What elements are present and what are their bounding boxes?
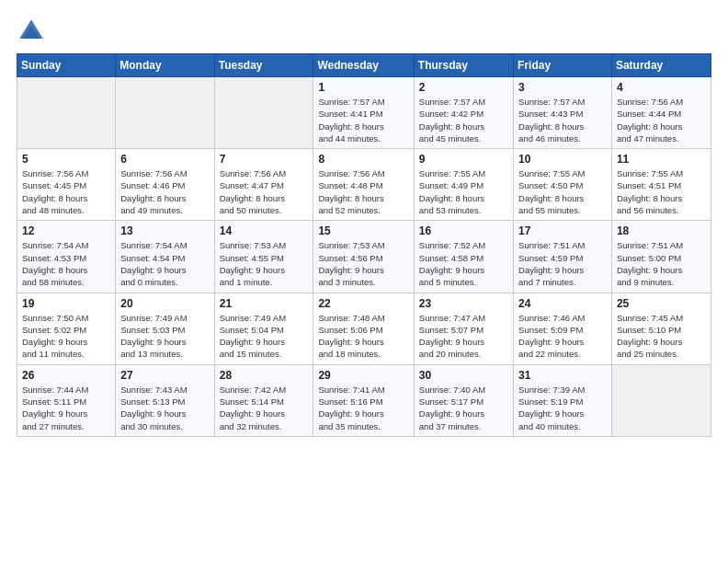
calendar-cell: 11Sunrise: 7:55 AM Sunset: 4:51 PM Dayli… [611,149,711,221]
day-number: 28 [220,369,309,382]
calendar-cell [611,364,711,436]
day-info: Sunrise: 7:49 AM Sunset: 5:04 PM Dayligh… [220,312,309,361]
day-info: Sunrise: 7:56 AM Sunset: 4:46 PM Dayligh… [120,167,209,216]
day-info: Sunrise: 7:57 AM Sunset: 4:43 PM Dayligh… [518,96,607,144]
day-info: Sunrise: 7:53 AM Sunset: 4:55 PM Dayligh… [220,239,309,288]
logo [17,17,51,46]
day-header-friday: Friday [514,54,612,77]
day-header-sunday: Sunday [17,54,116,77]
day-info: Sunrise: 7:55 AM Sunset: 4:51 PM Dayligh… [617,167,706,216]
calendar-cell: 22Sunrise: 7:48 AM Sunset: 5:06 PM Dayli… [313,293,414,364]
day-info: Sunrise: 7:47 AM Sunset: 5:07 PM Dayligh… [419,312,508,361]
calendar-cell [214,77,313,149]
day-info: Sunrise: 7:46 AM Sunset: 5:09 PM Dayligh… [518,312,607,361]
day-info: Sunrise: 7:56 AM Sunset: 4:47 PM Dayligh… [220,167,309,216]
day-info: Sunrise: 7:50 AM Sunset: 5:02 PM Dayligh… [22,312,110,361]
day-number: 14 [220,224,309,237]
day-number: 21 [220,297,309,310]
day-info: Sunrise: 7:41 AM Sunset: 5:16 PM Dayligh… [318,384,408,432]
calendar-cell: 26Sunrise: 7:44 AM Sunset: 5:11 PM Dayli… [17,364,116,436]
day-number: 7 [220,153,309,166]
calendar-cell: 7Sunrise: 7:56 AM Sunset: 4:47 PM Daylig… [214,149,313,221]
day-info: Sunrise: 7:53 AM Sunset: 4:56 PM Dayligh… [318,239,408,288]
day-number: 22 [318,297,408,310]
day-number: 18 [617,224,706,237]
calendar-cell: 1Sunrise: 7:57 AM Sunset: 4:41 PM Daylig… [313,77,414,149]
calendar-cell: 23Sunrise: 7:47 AM Sunset: 5:07 PM Dayli… [414,293,513,364]
day-header-tuesday: Tuesday [214,54,313,77]
calendar-cell: 31Sunrise: 7:39 AM Sunset: 5:19 PM Dayli… [514,364,612,436]
day-info: Sunrise: 7:49 AM Sunset: 5:03 PM Dayligh… [120,312,209,361]
day-number: 15 [318,224,408,237]
calendar-cell: 16Sunrise: 7:52 AM Sunset: 4:58 PM Dayli… [414,221,513,293]
day-info: Sunrise: 7:51 AM Sunset: 5:00 PM Dayligh… [617,239,706,288]
day-info: Sunrise: 7:52 AM Sunset: 4:58 PM Dayligh… [419,239,508,288]
calendar-cell: 18Sunrise: 7:51 AM Sunset: 5:00 PM Dayli… [611,221,711,293]
day-header-thursday: Thursday [414,54,513,77]
logo-icon [17,17,46,46]
calendar-cell: 25Sunrise: 7:45 AM Sunset: 5:10 PM Dayli… [611,293,711,364]
day-info: Sunrise: 7:54 AM Sunset: 4:54 PM Dayligh… [120,239,209,288]
day-number: 12 [22,224,110,237]
calendar-header-row: SundayMondayTuesdayWednesdayThursdayFrid… [17,54,711,77]
day-number: 24 [518,297,607,310]
day-number: 26 [22,369,110,382]
calendar-cell: 10Sunrise: 7:55 AM Sunset: 4:50 PM Dayli… [514,149,612,221]
day-number: 10 [518,153,607,166]
calendar-week-4: 19Sunrise: 7:50 AM Sunset: 5:02 PM Dayli… [17,293,711,364]
day-info: Sunrise: 7:39 AM Sunset: 5:19 PM Dayligh… [518,384,607,432]
day-number: 6 [120,153,209,166]
day-number: 2 [419,81,508,94]
day-info: Sunrise: 7:54 AM Sunset: 4:53 PM Dayligh… [22,239,110,288]
day-number: 1 [318,81,408,94]
page: SundayMondayTuesdayWednesdayThursdayFrid… [0,0,728,563]
calendar-week-5: 26Sunrise: 7:44 AM Sunset: 5:11 PM Dayli… [17,364,711,436]
calendar-cell: 8Sunrise: 7:56 AM Sunset: 4:48 PM Daylig… [313,149,414,221]
day-number: 3 [518,81,607,94]
day-info: Sunrise: 7:56 AM Sunset: 4:44 PM Dayligh… [617,96,706,144]
calendar-cell: 28Sunrise: 7:42 AM Sunset: 5:14 PM Dayli… [214,364,313,436]
calendar-cell: 3Sunrise: 7:57 AM Sunset: 4:43 PM Daylig… [514,77,612,149]
calendar-cell: 12Sunrise: 7:54 AM Sunset: 4:53 PM Dayli… [17,221,116,293]
day-header-wednesday: Wednesday [313,54,414,77]
day-number: 9 [419,153,508,166]
day-number: 20 [120,297,209,310]
day-number: 11 [617,153,706,166]
calendar-week-3: 12Sunrise: 7:54 AM Sunset: 4:53 PM Dayli… [17,221,711,293]
day-info: Sunrise: 7:42 AM Sunset: 5:14 PM Dayligh… [220,384,309,432]
calendar-week-2: 5Sunrise: 7:56 AM Sunset: 4:45 PM Daylig… [17,149,711,221]
calendar-cell [17,77,116,149]
calendar-cell: 17Sunrise: 7:51 AM Sunset: 4:59 PM Dayli… [514,221,612,293]
calendar-cell: 19Sunrise: 7:50 AM Sunset: 5:02 PM Dayli… [17,293,116,364]
calendar-cell: 24Sunrise: 7:46 AM Sunset: 5:09 PM Dayli… [514,293,612,364]
day-info: Sunrise: 7:56 AM Sunset: 4:45 PM Dayligh… [22,167,110,216]
calendar-cell: 15Sunrise: 7:53 AM Sunset: 4:56 PM Dayli… [313,221,414,293]
day-info: Sunrise: 7:57 AM Sunset: 4:42 PM Dayligh… [419,96,508,144]
calendar-cell: 9Sunrise: 7:55 AM Sunset: 4:49 PM Daylig… [414,149,513,221]
day-number: 16 [419,224,508,237]
header [17,17,711,46]
calendar-cell: 13Sunrise: 7:54 AM Sunset: 4:54 PM Dayli… [116,221,214,293]
day-number: 25 [617,297,706,310]
day-number: 19 [22,297,110,310]
day-number: 27 [120,369,209,382]
calendar-cell: 2Sunrise: 7:57 AM Sunset: 4:42 PM Daylig… [414,77,513,149]
calendar-cell: 21Sunrise: 7:49 AM Sunset: 5:04 PM Dayli… [214,293,313,364]
day-number: 29 [318,369,408,382]
day-info: Sunrise: 7:56 AM Sunset: 4:48 PM Dayligh… [318,167,408,216]
calendar-cell: 14Sunrise: 7:53 AM Sunset: 4:55 PM Dayli… [214,221,313,293]
day-info: Sunrise: 7:40 AM Sunset: 5:17 PM Dayligh… [419,384,508,432]
day-number: 17 [518,224,607,237]
day-info: Sunrise: 7:57 AM Sunset: 4:41 PM Dayligh… [318,96,408,144]
day-header-monday: Monday [116,54,214,77]
calendar-cell: 27Sunrise: 7:43 AM Sunset: 5:13 PM Dayli… [116,364,214,436]
day-info: Sunrise: 7:48 AM Sunset: 5:06 PM Dayligh… [318,312,408,361]
day-number: 23 [419,297,508,310]
day-info: Sunrise: 7:45 AM Sunset: 5:10 PM Dayligh… [617,312,706,361]
day-info: Sunrise: 7:55 AM Sunset: 4:49 PM Dayligh… [419,167,508,216]
calendar-cell [116,77,214,149]
calendar-cell: 20Sunrise: 7:49 AM Sunset: 5:03 PM Dayli… [116,293,214,364]
day-header-saturday: Saturday [611,54,711,77]
day-info: Sunrise: 7:44 AM Sunset: 5:11 PM Dayligh… [22,384,110,432]
day-number: 5 [22,153,110,166]
